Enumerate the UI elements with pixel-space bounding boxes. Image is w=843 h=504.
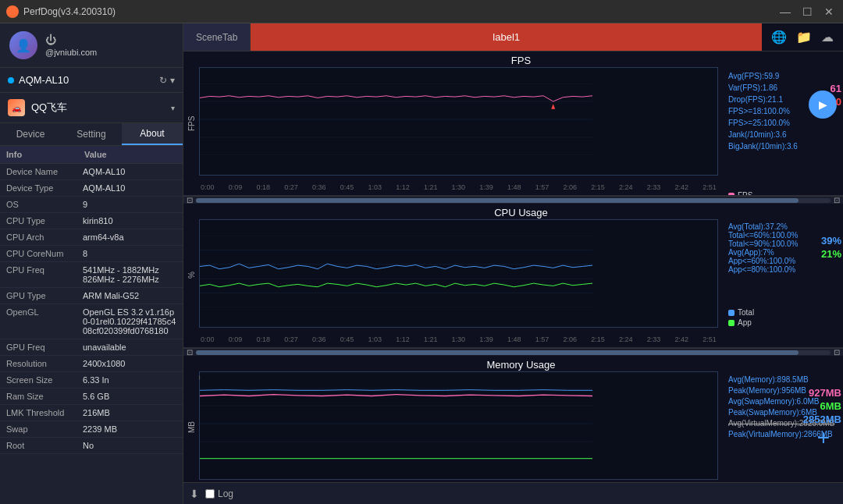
info-key: CPU CoreNum <box>0 246 78 261</box>
fps-x-axis: 0:00 0:09 0:18 0:27 0:36 0:45 1:03 1:12 … <box>199 183 718 191</box>
power-icon: ⏻ <box>45 34 97 45</box>
tab-about[interactable]: About <box>122 123 183 145</box>
cpu-chart-inner: CPU Usage <box>199 204 843 347</box>
log-checkbox-group: Log <box>205 488 233 499</box>
info-row: GPU Type ARM Mali-G52 <box>0 288 183 304</box>
info-key: Root <box>0 438 78 453</box>
info-value: ARM Mali-G52 <box>78 288 144 303</box>
info-key: Device Name <box>0 164 78 179</box>
top-bar-icons: 🌐 📁 ☁ <box>762 23 843 51</box>
info-row: OS 9 <box>0 197 183 213</box>
info-row: OpenGL OpenGL ES 3.2 v1.r16p0-01rel0.102… <box>0 304 183 339</box>
info-value: kirin810 <box>78 213 118 229</box>
info-row: CPU Arch arm64-v8a <box>0 229 183 246</box>
info-row: CPU CoreNum 8 <box>0 246 183 262</box>
info-row: Ram Size 5.6 GB <box>0 389 183 405</box>
memory-chart-title: Memory Usage <box>199 356 843 374</box>
info-row: LMK Threshold 216MB <box>0 405 183 421</box>
globe-icon[interactable]: 🌐 <box>771 30 787 44</box>
minimize-button[interactable]: — <box>777 4 793 20</box>
export-icon[interactable]: ⬇ <box>190 488 199 500</box>
fps-chart-inner: FPS ▶ <box>199 51 843 195</box>
log-checkbox[interactable] <box>205 489 215 499</box>
profile-info: ⏻ @jvniubi.com <box>45 34 97 57</box>
sidebar: 👤 ⏻ @jvniubi.com AQM-AL10 ↻ ▾ 🚗 QQ飞车 ▾ D… <box>0 23 183 504</box>
app-dropdown-arrow: ▾ <box>171 104 175 112</box>
device-action-icons: ↻ ▾ <box>159 75 175 86</box>
info-value: AQM-AL10 <box>78 180 130 196</box>
memory-chart-inner: Memory Usage <box>199 356 843 482</box>
fps-y-label: FPS <box>183 51 199 195</box>
memory-y-label: MB <box>183 356 199 482</box>
info-table: Info Value Device Name AQM-AL10 Device T… <box>0 146 183 504</box>
memory-chart-bg: 0 250 500 750 1,000 <box>199 371 718 480</box>
info-row: Screen Size 6.33 In <box>0 372 183 389</box>
info-row: Swap 2239 MB <box>0 421 183 438</box>
cpu-chart-svg <box>200 236 592 307</box>
app-selector[interactable]: 🚗 QQ飞车 ▾ <box>0 93 183 123</box>
close-button[interactable]: ✕ <box>821 4 837 20</box>
svg-marker-5 <box>551 104 555 109</box>
info-value: unavailable <box>78 339 131 355</box>
cpu-chart-bg: 0 10 20 30 40 50 <box>199 219 718 328</box>
info-value: OpenGL ES 3.2 v1.r16p0-01rel0.10229f4178… <box>78 304 183 339</box>
title-bar: PerfDog(v3.4.200310) — ☐ ✕ <box>0 0 843 23</box>
cpu-total-legend: Total <box>728 308 837 317</box>
info-key: OpenGL <box>0 304 78 320</box>
info-row: Device Type AQM-AL10 <box>0 180 183 197</box>
info-row: CPU Freq 541MHz - 1882MHz 826MHz - 2276M… <box>0 262 183 288</box>
main-content: 👤 ⏻ @jvniubi.com AQM-AL10 ↻ ▾ 🚗 QQ飞车 ▾ D… <box>0 23 843 504</box>
fps-chart-bg: 0 25 50 75 <box>199 67 718 176</box>
cloud-icon[interactable]: ☁ <box>821 30 834 44</box>
label-tab[interactable]: label1 <box>251 23 762 51</box>
memory-chart: MB Memory Usage <box>183 356 843 482</box>
app-icon-box: 🚗 <box>8 99 25 116</box>
info-row: CPU Type kirin810 <box>0 213 183 229</box>
info-key: OS <box>0 197 78 212</box>
fps-scrollbar[interactable]: ⊡ ⊡ <box>183 196 843 204</box>
info-value: 5.6 GB <box>78 389 114 404</box>
scene-tab-label: SceneTab <box>196 32 237 43</box>
info-key: CPU Type <box>0 213 78 229</box>
log-label: Log <box>218 488 233 499</box>
info-row: Device Name AQM-AL10 <box>0 164 183 180</box>
info-value: 8 <box>78 246 92 261</box>
app-icon <box>6 5 19 18</box>
info-value: arm64-v8a <box>78 229 129 245</box>
device-name: AQM-AL10 <box>19 74 155 86</box>
tab-device[interactable]: Device <box>0 123 61 145</box>
label-tab-text: label1 <box>493 31 520 43</box>
cpu-scrollbar[interactable]: ⊡ ⊡ <box>183 348 843 356</box>
cpu-y-label: % <box>183 204 199 347</box>
header-value: Value <box>78 146 113 163</box>
info-value: No <box>78 438 98 453</box>
info-value: 6.33 In <box>78 372 114 388</box>
profile-email: @jvniubi.com <box>45 48 97 57</box>
app-name: QQ飞车 <box>31 101 165 115</box>
cpu-app-legend: App <box>728 318 837 327</box>
info-value: 2239 MB <box>78 421 122 437</box>
tab-setting[interactable]: Setting <box>61 123 122 145</box>
refresh-icon[interactable]: ↻ <box>159 75 167 86</box>
device-selector[interactable]: AQM-AL10 ↻ ▾ <box>0 68 183 93</box>
top-bar: SceneTab label1 🌐 📁 ☁ <box>183 23 843 51</box>
info-value: 9 <box>78 197 92 212</box>
info-row: Resolution 2400x1080 <box>0 356 183 372</box>
bottom-bar: ⬇ Log <box>183 482 843 504</box>
info-row: Root No <box>0 438 183 454</box>
scene-tab[interactable]: SceneTab <box>183 23 251 51</box>
info-table-header: Info Value <box>0 146 183 164</box>
folder-icon[interactable]: 📁 <box>796 30 812 44</box>
info-value: 2400x1080 <box>78 356 130 371</box>
fps-chart: FPS FPS ▶ <box>183 51 843 196</box>
cpu-chart-title: CPU Usage <box>199 204 843 222</box>
maximize-button[interactable]: ☐ <box>799 4 815 20</box>
window-controls: — ☐ ✕ <box>777 4 837 20</box>
avatar: 👤 <box>9 31 37 59</box>
info-value: AQM-AL10 <box>78 164 130 179</box>
device-dropdown-icon[interactable]: ▾ <box>170 75 175 86</box>
info-key: CPU Freq <box>0 262 78 278</box>
profile-section: 👤 ⏻ @jvniubi.com <box>0 23 183 68</box>
add-chart-button[interactable]: + <box>812 426 835 449</box>
fps-legend: Avg(FPS):59.9 Var(FPS):1.86 Drop(FPS):21… <box>722 67 843 195</box>
